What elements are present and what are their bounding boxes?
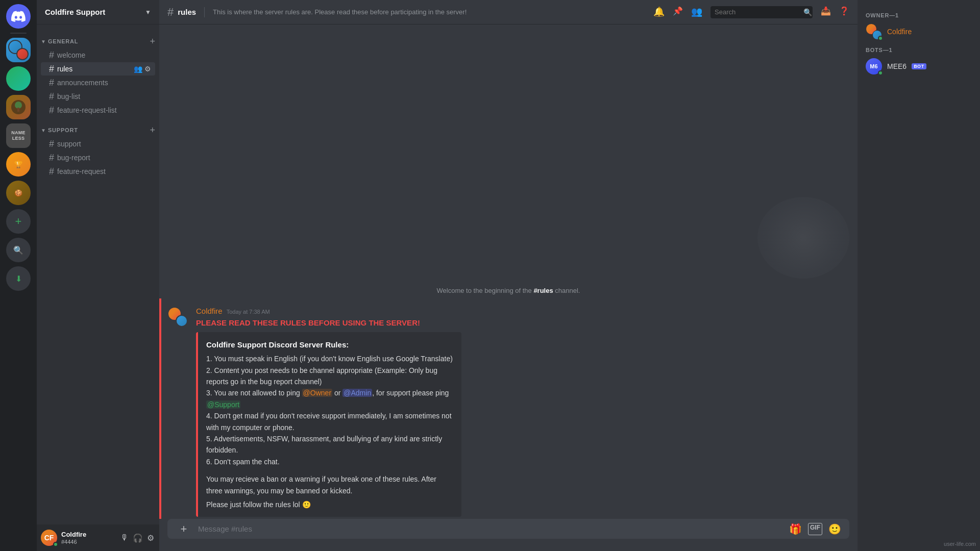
support-category-header: ▼ SUPPORT +: [37, 117, 159, 137]
main-content: # rules This is where the server rules a…: [159, 0, 857, 551]
mee6-status-dot: [878, 70, 883, 76]
server-sidebar: NAMELESS 🏆 🍪 + 🔍 ⬇: [0, 0, 37, 551]
members-sidebar: OWNER—1 Coldfire BOTS—1 M6 MEE6 BOT: [857, 0, 980, 551]
rule-3-pre: 3. You are not allowed to ping: [206, 389, 302, 397]
channel-header-name: rules: [178, 8, 196, 16]
pin-icon[interactable]: 📌: [673, 6, 683, 18]
message-input-area: + 🎁 GIF 🙂: [159, 519, 857, 551]
input-action-buttons: 🎁 GIF 🙂: [789, 523, 841, 535]
inbox-icon[interactable]: 📥: [821, 6, 831, 18]
attach-button[interactable]: +: [176, 521, 192, 537]
channel-name-support: support: [57, 140, 151, 148]
message-content-area: Coldfire Today at 7:38 AM PLEASE READ TH…: [196, 307, 849, 517]
channel-members-icon[interactable]: 👥: [134, 65, 142, 73]
channel-rules[interactable]: # rules 👥 ⚙: [41, 62, 155, 76]
welcome-text-after: channel.: [553, 287, 580, 294]
explore-servers-button[interactable]: 🔍: [6, 238, 31, 262]
message-author-avatar: [167, 307, 188, 327]
mention-support[interactable]: @Support: [206, 400, 240, 409]
notification-bell-icon[interactable]: 🔔: [653, 6, 665, 18]
rule-4: 4. Don't get mad if you don't receive su…: [206, 410, 453, 433]
channel-bug-list[interactable]: # bug-list: [41, 90, 155, 103]
member-mee6-name: MEE6: [887, 62, 906, 70]
message-author-name[interactable]: Coldfire: [196, 307, 223, 315]
message-input[interactable]: [198, 519, 783, 539]
general-category-header: ▼ GENERAL +: [37, 29, 159, 48]
rule-3: 3. You are not allowed to ping @Owner or…: [206, 387, 453, 410]
channel-feature-request-list[interactable]: # feature-request-list: [41, 104, 155, 117]
support-category-add[interactable]: +: [150, 126, 155, 135]
user-status-dot: [53, 542, 58, 547]
mention-admin[interactable]: @Admin: [342, 389, 372, 397]
mention-owner[interactable]: @Owner: [302, 389, 332, 397]
help-icon[interactable]: ❓: [839, 6, 849, 18]
channel-settings-icon[interactable]: ⚙: [144, 65, 151, 73]
welcome-channel-mention: #rules: [533, 287, 553, 294]
server-name: Coldfire Support: [45, 8, 105, 16]
support-category-label[interactable]: SUPPORT: [48, 127, 148, 133]
member-owner[interactable]: Coldfire: [862, 20, 976, 43]
rule-3-mid: or: [332, 389, 342, 397]
search-input[interactable]: [715, 8, 800, 16]
channel-header-icons: 🔔 📌 👥 🔍 📥 ❓: [653, 6, 849, 18]
bot-badge: BOT: [912, 63, 926, 69]
server-icon-6[interactable]: 🍪: [6, 181, 31, 205]
message-input-box: + 🎁 GIF 🙂: [167, 519, 849, 539]
channel-hash-icon: #: [49, 92, 54, 101]
channel-name-bug-report: bug-report: [57, 154, 151, 162]
general-category-label[interactable]: GENERAL: [48, 38, 148, 44]
svg-point-1: [15, 102, 22, 109]
channel-announcements[interactable]: # announcements: [41, 76, 155, 89]
channel-feature-request[interactable]: # feature-request: [41, 165, 155, 178]
server-icon-3[interactable]: [6, 95, 31, 119]
server-icon-5[interactable]: 🏆: [6, 152, 31, 177]
search-bar[interactable]: 🔍: [710, 6, 813, 18]
settings-button[interactable]: ⚙: [146, 532, 155, 544]
server-icon-nameless[interactable]: NAMELESS: [6, 123, 31, 148]
server-menu-chevron: ▼: [145, 9, 151, 16]
gif-button[interactable]: GIF: [808, 523, 822, 535]
user-action-buttons: 🎙 🎧 ⚙: [119, 532, 155, 544]
embed-title: Coldfire Support Discord Server Rules:: [206, 340, 453, 349]
download-button[interactable]: ⬇: [6, 266, 31, 291]
ban-warning-text: You may recieve a ban or a warning if yo…: [206, 473, 453, 496]
gift-icon[interactable]: 🎁: [789, 523, 802, 535]
member-mee6[interactable]: M6 MEE6 BOT: [862, 55, 976, 78]
server-icon-2[interactable]: [6, 66, 31, 91]
channel-name-rules: rules: [57, 65, 131, 73]
server-header[interactable]: Coldfire Support ▼: [37, 0, 159, 24]
members-icon[interactable]: 👥: [691, 6, 702, 18]
channel-name-welcome: welcome: [57, 51, 151, 59]
deafen-button[interactable]: 🎧: [132, 532, 144, 544]
channel-topic: This is where the server rules are. Plea…: [213, 8, 649, 16]
rule-3-post: , for support please ping: [372, 389, 449, 397]
channel-name-feature-request-list: feature-request-list: [57, 106, 151, 114]
channel-bug-report[interactable]: # bug-report: [41, 151, 155, 164]
welcome-text-before: Welcome to the beginning of the: [437, 287, 534, 294]
add-server-button[interactable]: +: [6, 209, 31, 234]
rule-1: 1. You must speak in English (if you don…: [206, 353, 453, 364]
server-icon-1[interactable]: [6, 38, 31, 62]
emoji-button[interactable]: 🙂: [828, 523, 841, 535]
general-category-add[interactable]: +: [150, 37, 155, 46]
channel-sidebar: Coldfire Support ▼ ▼ GENERAL + # welcome…: [37, 0, 159, 551]
message-timestamp: Today at 7:38 AM: [227, 309, 270, 315]
rule-5: 5. Advertisements, NSFW, harassment, and…: [206, 433, 453, 456]
mute-button[interactable]: 🎙: [119, 532, 130, 544]
message-text-heading: PLEASE READ THESE RULES BEFORE USING THE…: [196, 317, 849, 328]
channel-welcome: Welcome to the beginning of the #rules c…: [159, 279, 857, 298]
embed-card: Coldfire Support Discord Server Rules: 1…: [196, 332, 461, 517]
member-owner-name: Coldfire: [887, 28, 912, 36]
svg-rect-2: [17, 108, 19, 112]
user-discriminator: #4446: [61, 539, 115, 545]
general-category-arrow[interactable]: ▼: [41, 39, 46, 44]
channel-hash-icon: #: [49, 139, 54, 148]
support-category-arrow[interactable]: ▼: [41, 128, 46, 133]
channel-hash-icon: #: [49, 167, 54, 176]
channel-header-hash-icon: #: [167, 6, 174, 19]
embed-body: 1. You must speak in English (if you don…: [206, 353, 453, 467]
channel-hash-icon: #: [49, 51, 54, 60]
channel-support[interactable]: # support: [41, 137, 155, 151]
channel-welcome[interactable]: # welcome: [41, 48, 155, 62]
discord-home-icon[interactable]: [6, 4, 31, 29]
